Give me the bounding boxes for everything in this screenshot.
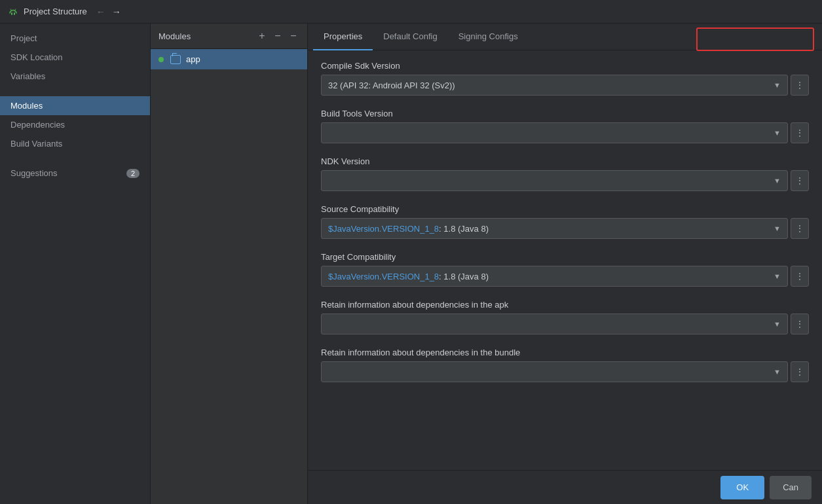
modules-controls: + − − (256, 30, 299, 42)
retain-bundle-arrow: ▼ (774, 368, 781, 376)
retain-apk-row: ▼ ⋮ (321, 314, 809, 334)
compile-sdk-version-label: Compile Sdk Version (321, 61, 809, 71)
add-module-button[interactable]: + (256, 30, 268, 42)
source-compatibility-group: Source Compatibility $JavaVersion.VERSIO… (321, 204, 809, 239)
source-compatibility-prefix: $JavaVersion.VERSION_1_8 (328, 224, 439, 234)
nav-back[interactable]: ← (95, 7, 107, 17)
nav-forward[interactable]: → (111, 7, 122, 17)
ok-button[interactable]: OK (720, 476, 764, 499)
module-status-dot (159, 57, 164, 62)
build-tools-version-row: ▼ ⋮ (321, 122, 809, 143)
suggestions-badge: 2 (126, 169, 140, 178)
retain-bundle-action[interactable]: ⋮ (791, 361, 809, 382)
android-icon (8, 7, 18, 17)
source-compatibility-row: $JavaVersion.VERSION_1_8: 1.8 (Java 8) ▼… (321, 218, 809, 239)
retain-bundle-row: ▼ ⋮ (321, 361, 809, 382)
cancel-button[interactable]: Can (770, 476, 812, 499)
compile-sdk-version-value: 32 (API 32: Android API 32 (Sv2)) (328, 81, 455, 90)
target-compatibility-label: Target Compatibility (321, 252, 809, 262)
modules-header: Modules + − − (151, 24, 307, 49)
sidebar-divider (0, 86, 150, 96)
retain-bundle-group: Retain information about dependencies in… (321, 348, 809, 382)
source-compatibility-arrow: ▼ (774, 225, 781, 232)
source-compatibility-action[interactable]: ⋮ (791, 218, 809, 239)
retain-apk-action[interactable]: ⋮ (791, 314, 809, 334)
sidebar-divider-2 (0, 153, 150, 164)
module-folder-icon (170, 55, 181, 64)
sidebar-item-project[interactable]: Project (0, 29, 150, 48)
remove-module-button[interactable]: − (272, 30, 284, 42)
retain-apk-arrow: ▼ (774, 320, 781, 328)
svg-point-3 (14, 10, 14, 11)
source-compatibility-label: Source Compatibility (321, 204, 809, 214)
build-tools-version-select[interactable]: ▼ (321, 122, 788, 143)
target-compatibility-select[interactable]: $JavaVersion.VERSION_1_8: 1.8 (Java 8) ▼ (321, 266, 788, 287)
svg-point-2 (12, 10, 12, 11)
svg-rect-0 (11, 12, 12, 15)
sidebar-item-suggestions[interactable]: Suggestions 2 (0, 164, 150, 183)
target-compatibility-prefix: $JavaVersion.VERSION_1_8 (328, 272, 439, 281)
target-compatibility-group: Target Compatibility $JavaVersion.VERSIO… (321, 252, 809, 287)
source-compatibility-select[interactable]: $JavaVersion.VERSION_1_8: 1.8 (Java 8) ▼ (321, 218, 788, 239)
module-item-app[interactable]: app (151, 49, 307, 69)
tab-properties[interactable]: Properties (313, 24, 373, 50)
target-compatibility-suffix: : 1.8 (Java 8) (439, 272, 489, 281)
collapse-modules-button[interactable]: − (288, 30, 299, 42)
compile-sdk-version-arrow: ▼ (774, 81, 781, 89)
target-compatibility-value: $JavaVersion.VERSION_1_8: 1.8 (Java 8) (328, 272, 489, 281)
target-compatibility-row: $JavaVersion.VERSION_1_8: 1.8 (Java 8) ▼… (321, 266, 809, 287)
build-tools-version-group: Build Tools Version ▼ ⋮ (321, 109, 809, 143)
sidebar-item-variables[interactable]: Variables (0, 67, 150, 86)
modules-panel: Modules + − − app (151, 24, 308, 504)
build-tools-version-arrow: ▼ (774, 129, 781, 137)
sidebar-item-modules[interactable]: Modules (0, 96, 150, 115)
sidebar-item-sdk-location[interactable]: SDK Location (0, 48, 150, 67)
window-title: Project Structure (24, 7, 87, 16)
compile-sdk-version-select[interactable]: 32 (API 32: Android API 32 (Sv2)) ▼ (321, 75, 788, 96)
source-compatibility-value: $JavaVersion.VERSION_1_8: 1.8 (Java 8) (328, 224, 489, 234)
ndk-version-action[interactable]: ⋮ (791, 170, 809, 191)
build-tools-version-action[interactable]: ⋮ (791, 122, 809, 143)
modules-title: Modules (159, 31, 191, 41)
tab-default-config[interactable]: Default Config (373, 24, 447, 50)
tab-highlight-annotation (696, 27, 814, 51)
ndk-version-arrow: ▼ (774, 177, 781, 185)
compile-sdk-version-row: 32 (API 32: Android API 32 (Sv2)) ▼ ⋮ (321, 75, 809, 96)
title-bar: Project Structure ← → (0, 0, 822, 24)
tab-signing-configs[interactable]: Signing Configs (448, 24, 529, 50)
retain-apk-label: Retain information about dependencies in… (321, 300, 809, 310)
target-compatibility-arrow: ▼ (774, 272, 781, 280)
ndk-version-select[interactable]: ▼ (321, 170, 788, 191)
nav-controls: ← → (95, 7, 122, 17)
sidebar-item-dependencies[interactable]: Dependencies (0, 115, 150, 134)
module-item-label: app (186, 54, 200, 64)
retain-bundle-label: Retain information about dependencies in… (321, 348, 809, 357)
retain-bundle-select[interactable]: ▼ (321, 361, 788, 382)
retain-apk-select[interactable]: ▼ (321, 314, 788, 334)
content-panel: Properties Default Config Signing Config… (308, 24, 822, 504)
retain-apk-group: Retain information about dependencies in… (321, 300, 809, 334)
ndk-version-label: NDK Version (321, 156, 809, 166)
build-tools-version-label: Build Tools Version (321, 109, 809, 118)
sidebar-item-build-variants[interactable]: Build Variants (0, 134, 150, 153)
properties-content: Compile Sdk Version 32 (API 32: Android … (308, 50, 822, 470)
bottom-bar: OK Can (308, 470, 822, 504)
main-layout: Project SDK Location Variables Modules D… (0, 24, 822, 504)
svg-rect-1 (14, 12, 15, 15)
ndk-version-row: ▼ ⋮ (321, 170, 809, 191)
compile-sdk-version-group: Compile Sdk Version 32 (API 32: Android … (321, 61, 809, 96)
sidebar: Project SDK Location Variables Modules D… (0, 24, 151, 504)
ndk-version-group: NDK Version ▼ ⋮ (321, 156, 809, 191)
target-compatibility-action[interactable]: ⋮ (791, 266, 809, 287)
source-compatibility-suffix: : 1.8 (Java 8) (439, 224, 489, 234)
compile-sdk-version-action[interactable]: ⋮ (791, 75, 809, 96)
tabs-bar: Properties Default Config Signing Config… (308, 24, 822, 50)
